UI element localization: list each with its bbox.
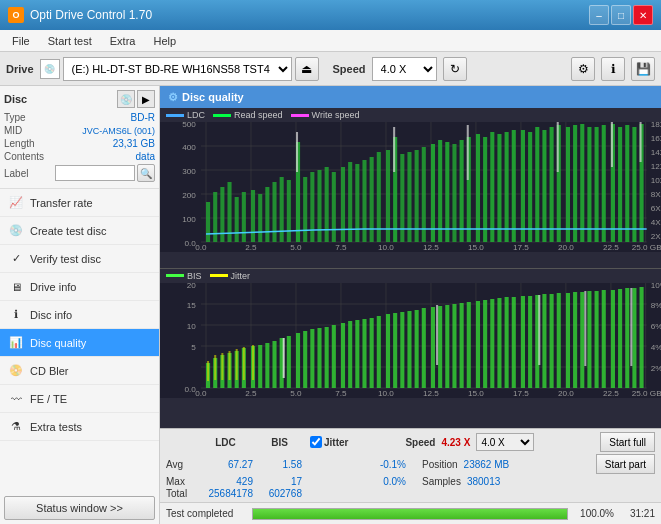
- svg-rect-56: [386, 150, 390, 242]
- menu-start-test[interactable]: Start test: [40, 33, 100, 49]
- svg-rect-165: [431, 307, 435, 388]
- start-part-button[interactable]: Start part: [596, 454, 655, 474]
- nav-cd-bler[interactable]: 📀 CD Bler: [0, 357, 159, 385]
- legend-jitter-label: Jitter: [231, 271, 251, 281]
- nav-create-test-disc[interactable]: 💿 Create test disc: [0, 217, 159, 245]
- svg-rect-68: [476, 134, 480, 242]
- svg-text:20.0: 20.0: [558, 243, 574, 252]
- speed-label: Speed: [333, 63, 366, 75]
- svg-rect-178: [528, 296, 532, 388]
- max-label: Max: [166, 476, 194, 487]
- settings-button[interactable]: ⚙: [571, 57, 595, 81]
- samples-label: Samples: [422, 476, 461, 487]
- speed-stats-select[interactable]: 4.0 X: [476, 433, 534, 451]
- bottom-chart: BIS Jitter: [160, 269, 661, 429]
- total-ldc: 25684178: [198, 488, 253, 499]
- svg-rect-190: [618, 289, 622, 388]
- disc-button-2[interactable]: ▶: [137, 90, 155, 108]
- svg-rect-152: [332, 325, 336, 388]
- transfer-rate-icon: 📈: [8, 195, 24, 211]
- drive-info-icon: 🖥: [8, 279, 24, 295]
- nav-transfer-rate[interactable]: 📈 Transfer rate: [0, 189, 159, 217]
- svg-rect-72: [505, 132, 509, 242]
- svg-rect-38: [251, 190, 255, 242]
- ldc-color: [166, 114, 184, 117]
- svg-rect-203: [538, 295, 540, 365]
- disc-field-type: Type BD-R: [4, 112, 155, 123]
- status-window-button[interactable]: Status window >>: [4, 496, 155, 520]
- label-input[interactable]: [55, 165, 135, 181]
- svg-rect-180: [542, 294, 546, 388]
- stats-bis-header: BIS: [257, 437, 302, 448]
- jitter-checkbox-area[interactable]: Jitter: [310, 436, 348, 448]
- progress-time: 31:21: [620, 508, 655, 519]
- max-position: 23862 MB: [464, 459, 510, 470]
- svg-rect-146: [287, 336, 291, 388]
- disc-title: Disc: [4, 93, 27, 105]
- svg-rect-81: [573, 125, 577, 242]
- legend-read-speed: Read speed: [213, 110, 283, 120]
- jitter-checkbox[interactable]: [310, 436, 322, 448]
- svg-rect-158: [377, 316, 381, 388]
- svg-rect-42: [280, 177, 284, 242]
- disc-button-1[interactable]: 💿: [117, 90, 135, 108]
- svg-text:6X: 6X: [651, 204, 661, 213]
- svg-rect-37: [242, 192, 246, 242]
- nav-fe-te[interactable]: 〰 FE / TE: [0, 385, 159, 413]
- titlebar-left: O Opti Drive Control 1.70: [8, 7, 152, 23]
- svg-rect-50: [341, 167, 345, 242]
- menu-help[interactable]: Help: [145, 33, 184, 49]
- svg-rect-47: [317, 170, 321, 242]
- chart-area: LDC Read speed Write speed: [160, 108, 661, 428]
- maximize-button[interactable]: □: [611, 5, 631, 25]
- svg-rect-170: [467, 302, 471, 388]
- svg-text:16X: 16X: [651, 134, 661, 143]
- svg-text:22.5: 22.5: [603, 389, 619, 398]
- label-search-button[interactable]: 🔍: [137, 164, 155, 182]
- svg-text:5.0: 5.0: [290, 243, 302, 252]
- svg-rect-205: [630, 288, 632, 366]
- write-speed-color: [291, 114, 309, 117]
- start-full-button[interactable]: Start full: [600, 432, 655, 452]
- nav-disc-info[interactable]: ℹ Disc info: [0, 301, 159, 329]
- legend-ldc-label: LDC: [187, 110, 205, 120]
- minimize-button[interactable]: –: [589, 5, 609, 25]
- menu-file[interactable]: File: [4, 33, 38, 49]
- svg-text:200: 200: [182, 191, 196, 200]
- top-chart: LDC Read speed Write speed: [160, 108, 661, 269]
- titlebar-controls: – □ ✕: [589, 5, 653, 25]
- save-button[interactable]: 💾: [631, 57, 655, 81]
- menubar: File Start test Extra Help: [0, 30, 661, 52]
- svg-text:5: 5: [191, 343, 196, 352]
- nav-verify-test-disc[interactable]: ✓ Verify test disc: [0, 245, 159, 273]
- legend-write-speed: Write speed: [291, 110, 360, 120]
- svg-rect-189: [611, 290, 615, 388]
- drive-select[interactable]: (E:) HL-DT-ST BD-RE WH16NS58 TST4: [63, 57, 292, 81]
- svg-rect-155: [355, 320, 359, 388]
- total-samples: 380013: [467, 476, 500, 487]
- nav-drive-info[interactable]: 🖥 Drive info: [0, 273, 159, 301]
- menu-extra[interactable]: Extra: [102, 33, 144, 49]
- svg-rect-149: [310, 329, 314, 388]
- svg-rect-89: [632, 127, 636, 242]
- svg-text:12.5: 12.5: [423, 243, 439, 252]
- stats-bar: LDC BIS Jitter Speed 4.23 X 4.0 X Start …: [160, 428, 661, 502]
- disc-quality-title: Disc quality: [182, 91, 244, 103]
- max-ldc: 429: [198, 476, 253, 487]
- eject-button[interactable]: ⏏: [295, 57, 319, 81]
- close-button[interactable]: ✕: [633, 5, 653, 25]
- svg-text:10%: 10%: [651, 283, 661, 290]
- refresh-button[interactable]: ↻: [443, 57, 467, 81]
- svg-rect-147: [296, 333, 300, 388]
- speed-select[interactable]: 4.0 X 2.0 X 8.0 X: [372, 57, 437, 81]
- disc-quality-icon: 📊: [8, 335, 24, 351]
- svg-rect-181: [550, 294, 554, 388]
- svg-rect-39: [258, 194, 262, 242]
- nav-extra-tests[interactable]: ⚗ Extra tests: [0, 413, 159, 441]
- info-button[interactable]: ℹ: [601, 57, 625, 81]
- fe-te-icon: 〰: [8, 391, 24, 407]
- svg-rect-46: [310, 172, 314, 242]
- svg-rect-85: [602, 125, 606, 242]
- nav-disc-quality[interactable]: 📊 Disc quality: [0, 329, 159, 357]
- svg-rect-83: [587, 127, 591, 242]
